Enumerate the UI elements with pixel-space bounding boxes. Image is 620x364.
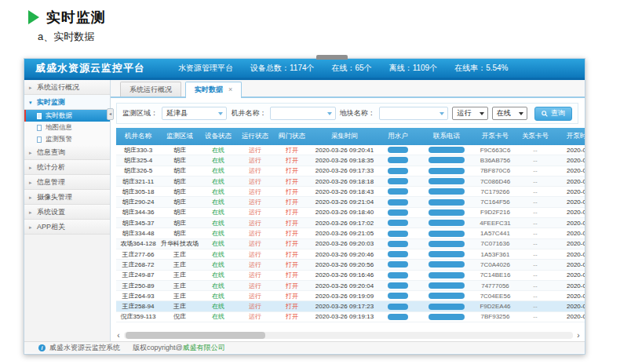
cell-water-user <box>378 241 418 247</box>
table-row[interactable]: 胡庄330-3胡庄在线运行打开2020-03-26 09:20:41F9C663… <box>116 145 585 155</box>
plot-name-dropdown[interactable] <box>379 107 449 120</box>
sidebar-subitem[interactable]: 监测预警 <box>24 133 110 145</box>
cell-run-status: 运行 <box>237 302 273 311</box>
table-row[interactable]: 王庄258-94王庄在线运行打开2020-03-26 09:17:23F9D2E… <box>116 301 585 311</box>
titlebar-stat-1: 在线：65个 <box>332 63 372 74</box>
table-row[interactable]: 王庄268-72王庄在线运行打开2020-03-26 09:20:567C0A4… <box>116 260 585 270</box>
table-row[interactable]: 倪庄359-113倪庄在线运行打开2020-03-26 09:19:137BF9… <box>116 312 585 322</box>
table-row[interactable]: 胡庄325-4胡庄在线运行打开2020-03-26 09:18:35B36AB7… <box>116 155 585 166</box>
chevron-collapsed-icon: ▸ <box>29 175 32 190</box>
sidebar-item-top[interactable]: ▸摄像头管理 <box>24 190 110 205</box>
sidebar-item-top[interactable]: ▸系统运行概况 <box>24 80 110 95</box>
cell-water-user <box>378 188 418 195</box>
tab-active[interactable]: 实时数据× <box>185 82 242 98</box>
cell-well-name: 王庄264-93 <box>116 292 160 300</box>
sidebar-item-top[interactable]: ▸系统设置 <box>24 205 110 220</box>
cell-device-status: 在线 <box>199 260 237 269</box>
sidebar-item-active[interactable]: ▾实时监测 <box>24 95 110 110</box>
cell-device-status: 在线 <box>199 312 237 321</box>
cell-phone <box>418 231 476 237</box>
cell-close-card: -- <box>515 261 556 268</box>
sidebar-subitem[interactable]: 地图信息 <box>24 122 110 133</box>
table-row[interactable]: 胡庄290-24胡庄在线运行打开2020-03-26 09:21:047C164… <box>116 197 585 207</box>
cell-device-status: 在线 <box>199 166 237 175</box>
cell-pump-time: 2020-0 <box>556 198 585 206</box>
cell-run-status: 运行 <box>237 250 273 259</box>
cell-device-status: 在线 <box>199 250 237 259</box>
sidebar-item-label: 摄像头管理 <box>37 193 72 201</box>
tab-inactive[interactable]: 系统运行概况 <box>120 82 181 96</box>
scroll-left-icon[interactable]: ‹ <box>115 331 122 340</box>
close-tab-icon[interactable]: × <box>228 86 232 93</box>
cell-open-card: F9D2F216 <box>476 209 515 216</box>
table-row[interactable]: 胡庄305-18胡庄在线运行打开2020-03-26 09:18:437C179… <box>116 187 585 197</box>
cell-collect-time: 2020-03-26 09:21:04 <box>311 198 378 206</box>
cell-device-status: 在线 <box>199 239 237 248</box>
cell-region: 胡庄 <box>160 166 199 175</box>
redacted-water-user-blob <box>388 209 408 216</box>
online-status-select[interactable]: 在线 <box>492 107 527 120</box>
scrollbar-track[interactable] <box>124 332 573 339</box>
cell-device-status: 在线 <box>199 271 237 279</box>
scroll-right-icon[interactable]: › <box>574 331 582 340</box>
table-row[interactable]: 胡庄321-11胡庄在线运行打开2020-03-26 09:18:187C086… <box>116 177 585 187</box>
redacted-phone-blob <box>429 168 465 174</box>
cell-valve-status: 打开 <box>273 229 311 238</box>
redacted-water-user-blob <box>388 188 408 195</box>
cell-pump-time: 2020-0 <box>556 293 585 300</box>
redacted-phone-blob <box>429 231 465 237</box>
table-row[interactable]: 胡庄345-37胡庄在线运行打开2020-03-26 09:17:024FEEF… <box>116 218 585 228</box>
cell-pump-time: 2020-0 <box>556 271 585 278</box>
sidebar-item-label: 系统运行概况 <box>37 83 79 91</box>
cell-device-status: 在线 <box>199 302 237 311</box>
cell-phone <box>418 293 476 299</box>
chevron-collapsed-icon: ▸ <box>29 190 32 205</box>
run-status-select[interactable]: 运行 <box>452 107 487 120</box>
cell-pump-time: 2020-0 <box>556 303 585 310</box>
sidebar-item-top[interactable]: ▸统计分析 <box>24 160 110 175</box>
cell-well-name: 王庄258-94 <box>116 302 160 311</box>
table-row[interactable]: 王庄249-87王庄在线运行打开2020-03-26 09:16:467C14B… <box>116 271 585 281</box>
table-row[interactable]: 农场364-128升华科技农场在线运行打开2020-03-26 09:20:03… <box>116 239 585 249</box>
cell-device-status: 在线 <box>199 292 237 300</box>
sidebar-item-top[interactable]: ▸APP相关 <box>24 220 110 235</box>
cell-open-card: 7BF870C6 <box>476 167 515 174</box>
page-subtitle: a、实时数据 <box>38 30 94 44</box>
sidebar-collapse-icon[interactable]: ◂ <box>107 108 114 120</box>
region-dropdown[interactable]: 延津县 <box>162 107 227 120</box>
redacted-phone-blob <box>429 241 465 247</box>
sidebar-subitem-selected[interactable]: 实时数据 <box>24 110 110 122</box>
cell-run-status: 运行 <box>237 146 273 155</box>
table-row[interactable]: 胡庄334-48胡庄在线运行打开2020-03-26 09:21:051A57C… <box>116 228 585 238</box>
cell-water-user <box>378 304 418 310</box>
well-name-dropdown[interactable] <box>270 107 335 120</box>
cell-well-name: 胡庄344-36 <box>116 208 160 217</box>
cell-valve-status: 打开 <box>273 260 311 269</box>
sidebar-item-top[interactable]: ▸信息管理 <box>24 175 110 190</box>
redacted-water-user-blob <box>388 293 408 299</box>
search-button-label: 查询 <box>551 108 565 118</box>
cell-well-name: 胡庄334-48 <box>116 229 160 238</box>
table-row[interactable]: 胡庄344-36胡庄在线运行打开2020-03-26 09:18:40F9D2F… <box>116 208 585 218</box>
table-row[interactable]: 胡庄326-5胡庄在线运行打开2020-03-26 09:17:337BF870… <box>116 166 585 177</box>
cell-well-name: 胡庄330-3 <box>116 146 160 155</box>
scrollbar-thumb[interactable] <box>126 332 265 339</box>
cell-collect-time: 2020-03-26 09:20:56 <box>311 261 378 268</box>
table-row[interactable]: 王庄264-93王庄在线运行打开2020-03-26 09:19:097C04E… <box>116 291 585 301</box>
redacted-water-user-blob <box>388 282 408 289</box>
search-button[interactable]: 查询 <box>534 107 572 121</box>
chevron-collapsed-icon: ▸ <box>29 160 32 175</box>
table-row[interactable]: 王庄250-89王庄在线运行打开2020-03-26 09:20:0474777… <box>116 281 585 291</box>
cell-open-card: 74777056 <box>476 282 515 289</box>
cell-water-user <box>378 178 418 184</box>
table-row[interactable]: 王庄277-66王庄在线运行打开2020-03-26 09:20:461A53F… <box>116 249 585 260</box>
cell-water-user <box>378 261 418 268</box>
sidebar-item-top[interactable]: ▸信息查询 <box>24 145 110 160</box>
cell-device-status: 在线 <box>199 208 237 217</box>
cell-close-card: -- <box>515 147 556 154</box>
cell-well-name: 胡庄305-18 <box>116 187 160 196</box>
cell-pump-time: 2020-0 <box>556 157 585 164</box>
cell-pump-time: 2020-0 <box>556 220 585 227</box>
redacted-phone-blob <box>429 282 465 289</box>
cell-pump-time: 2020-0 <box>556 282 585 289</box>
